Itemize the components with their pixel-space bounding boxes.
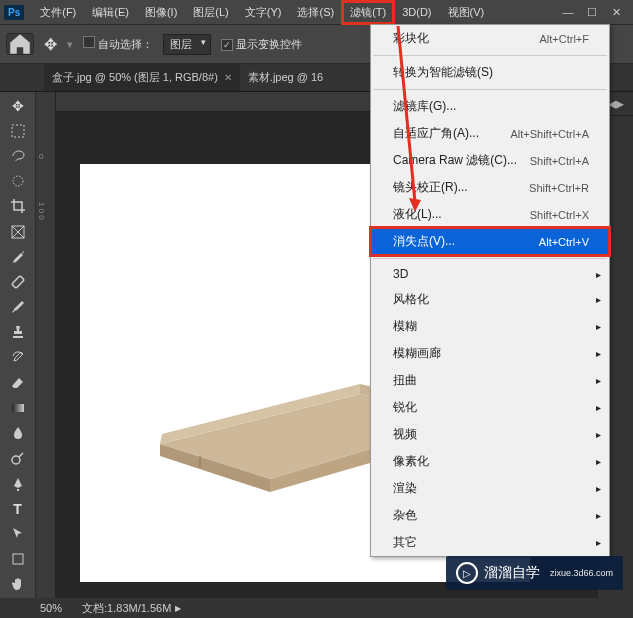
menu-vanishing-point[interactable]: 消失点(V)...Alt+Ctrl+V (371, 228, 609, 255)
svg-point-7 (12, 456, 20, 464)
menu-file[interactable]: 文件(F) (32, 1, 84, 24)
maximize-icon[interactable]: ☐ (585, 5, 599, 19)
svg-rect-5 (11, 276, 24, 289)
menu-adaptive-wide[interactable]: 自适应广角(A)...Alt+Shift+Ctrl+A (371, 120, 609, 147)
brush-tool[interactable] (5, 298, 31, 317)
menu-sharpen[interactable]: 锐化 (371, 394, 609, 421)
stamp-tool[interactable] (5, 323, 31, 342)
svg-rect-6 (12, 404, 24, 412)
menu-other[interactable]: 其它 (371, 529, 609, 556)
menu-blur[interactable]: 模糊 (371, 313, 609, 340)
svg-rect-0 (12, 125, 24, 137)
menu-layer[interactable]: 图层(L) (185, 1, 236, 24)
toolbar: ✥ T (0, 92, 36, 598)
menu-text[interactable]: 文字(Y) (237, 1, 290, 24)
quick-select-tool[interactable] (5, 172, 31, 191)
pen-tool[interactable] (5, 474, 31, 493)
menu-noise[interactable]: 杂色 (371, 502, 609, 529)
menu-distort[interactable]: 扭曲 (371, 367, 609, 394)
menu-filter-gallery[interactable]: 滤镜库(G)... (371, 93, 609, 120)
menu-stylize[interactable]: 风格化 (371, 286, 609, 313)
menu-camera-raw[interactable]: Camera Raw 滤镜(C)...Shift+Ctrl+A (371, 147, 609, 174)
menu-view[interactable]: 视图(V) (440, 1, 493, 24)
close-icon[interactable]: ✕ (224, 72, 232, 83)
menu-last-filter[interactable]: 彩块化Alt+Ctrl+F (371, 25, 609, 52)
menu-select[interactable]: 选择(S) (289, 1, 342, 24)
window-controls: — ☐ ✕ (561, 5, 629, 19)
shape-tool[interactable] (5, 550, 31, 569)
menubar: Ps 文件(F) 编辑(E) 图像(I) 图层(L) 文字(Y) 选择(S) 滤… (0, 0, 633, 24)
status-zoom[interactable]: 50% (40, 602, 62, 614)
ruler-vertical: 0 1 0 0 (36, 92, 56, 598)
watermark-title: 溜溜自学 (484, 564, 540, 582)
marquee-tool[interactable] (5, 121, 31, 140)
tab-other[interactable]: 素材.jpeg @ 16 (240, 64, 331, 91)
menu-blur-gallery[interactable]: 模糊画廊 (371, 340, 609, 367)
menu-convert-smart[interactable]: 转换为智能滤镜(S) (371, 59, 609, 86)
menu-render[interactable]: 渲染 (371, 475, 609, 502)
status-bar: 50% 文档:1.83M/1.56M▶ (0, 598, 633, 618)
gradient-tool[interactable] (5, 398, 31, 417)
move-tool[interactable]: ✥ (5, 96, 31, 115)
svg-point-1 (13, 176, 23, 186)
move-tool-icon: ✥ (44, 35, 57, 54)
tab-active[interactable]: 盒子.jpg @ 50% (图层 1, RGB/8#) ✕ (44, 64, 240, 91)
close-icon[interactable]: ✕ (609, 5, 623, 19)
hand-tool[interactable] (5, 575, 31, 594)
play-icon: ▷ (456, 562, 478, 584)
minimize-icon[interactable]: — (561, 5, 575, 19)
path-select-tool[interactable] (5, 524, 31, 543)
layer-select[interactable]: 图层 (163, 34, 211, 55)
lasso-tool[interactable] (5, 146, 31, 165)
svg-rect-8 (13, 554, 23, 564)
healing-tool[interactable] (5, 272, 31, 291)
tab-label: 素材.jpeg @ 16 (248, 70, 323, 85)
menu-edit[interactable]: 编辑(E) (84, 1, 137, 24)
filter-menu: 彩块化Alt+Ctrl+F 转换为智能滤镜(S) 滤镜库(G)... 自适应广角… (370, 24, 610, 557)
menu-pixelate[interactable]: 像素化 (371, 448, 609, 475)
eyedropper-tool[interactable] (5, 247, 31, 266)
watermark-url: zixue.3d66.com (550, 568, 613, 578)
menu-3d[interactable]: 3D (371, 262, 609, 286)
menu-video[interactable]: 视频 (371, 421, 609, 448)
tab-label: 盒子.jpg @ 50% (图层 1, RGB/8#) (52, 70, 218, 85)
eraser-tool[interactable] (5, 373, 31, 392)
menu-filter[interactable]: 滤镜(T) (342, 1, 394, 24)
menu-liquify[interactable]: 液化(L)...Shift+Ctrl+X (371, 201, 609, 228)
status-docsize[interactable]: 文档:1.83M/1.56M▶ (82, 601, 181, 616)
menu-image[interactable]: 图像(I) (137, 1, 185, 24)
home-icon (7, 31, 33, 57)
watermark: ▷ 溜溜自学 zixue.3d66.com (446, 556, 623, 590)
menu-lens-correction[interactable]: 镜头校正(R)...Shift+Ctrl+R (371, 174, 609, 201)
frame-tool[interactable] (5, 222, 31, 241)
history-brush-tool[interactable] (5, 348, 31, 367)
show-transform-checkbox[interactable]: ✓显示变换控件 (221, 37, 302, 52)
ps-logo-icon: Ps (4, 5, 24, 20)
blur-tool[interactable] (5, 424, 31, 443)
auto-select-checkbox[interactable]: 自动选择： (83, 36, 153, 52)
crop-tool[interactable] (5, 197, 31, 216)
home-button[interactable] (6, 33, 34, 55)
type-tool[interactable]: T (5, 499, 31, 518)
menu-3d[interactable]: 3D(D) (394, 2, 439, 22)
dodge-tool[interactable] (5, 449, 31, 468)
